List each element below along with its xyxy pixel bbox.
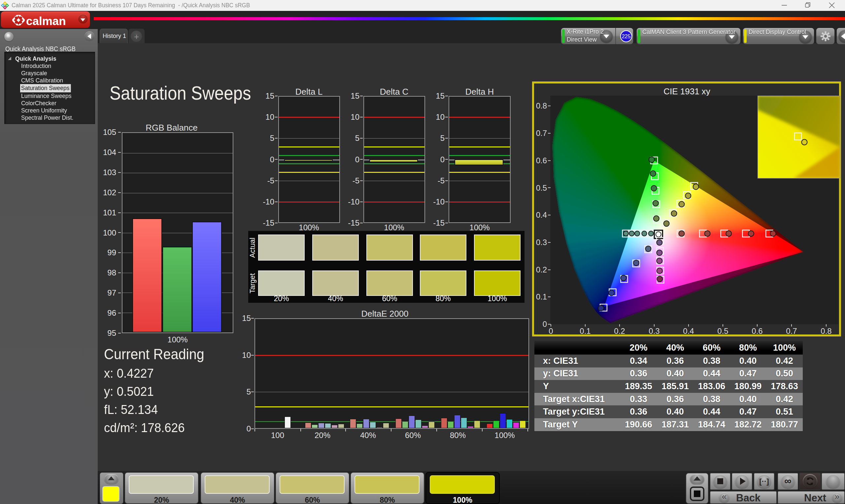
svg-text:0.5: 0.5 [717,326,728,336]
svg-text:0.4: 0.4 [683,326,694,336]
svg-text:0.3: 0.3 [536,238,547,247]
svg-text:0.5: 0.5 [536,183,547,192]
svg-text:0.1: 0.1 [536,292,547,301]
svg-text:0.1: 0.1 [580,326,591,336]
svg-text:0.8: 0.8 [821,326,831,336]
svg-text:0.6: 0.6 [752,326,762,336]
svg-text:0.2: 0.2 [536,265,547,274]
svg-text:0.7: 0.7 [536,129,547,138]
svg-text:0: 0 [543,320,547,328]
svg-text:0.3: 0.3 [649,326,659,336]
svg-text:0.7: 0.7 [786,326,797,336]
svg-text:0.6: 0.6 [536,156,547,165]
svg-text:0: 0 [549,326,553,336]
svg-text:0.8: 0.8 [536,101,547,110]
svg-text:0.2: 0.2 [614,326,625,336]
svg-text:0.4: 0.4 [536,211,547,219]
